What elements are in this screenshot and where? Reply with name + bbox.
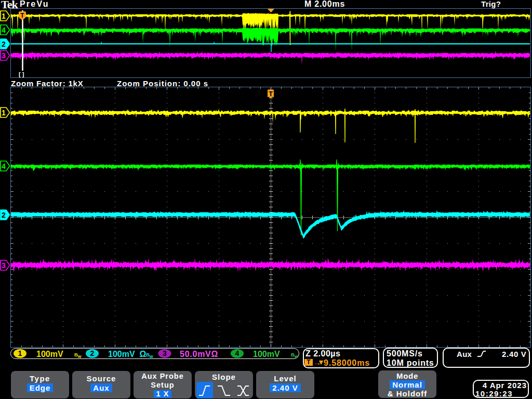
svg-text:T: T xyxy=(20,12,24,19)
svg-text:4: 4 xyxy=(235,349,240,357)
svg-text:1: 1 xyxy=(18,349,22,357)
svg-text:1: 1 xyxy=(2,11,6,20)
svg-text:4: 4 xyxy=(2,25,6,34)
svg-text:4: 4 xyxy=(2,162,6,170)
svg-text:T: T xyxy=(269,90,273,98)
svg-text:3: 3 xyxy=(2,51,6,59)
svg-text:1: 1 xyxy=(2,109,6,117)
svg-text:2: 2 xyxy=(2,39,6,48)
svg-text:3: 3 xyxy=(163,349,167,357)
svg-text:2: 2 xyxy=(2,210,6,219)
svg-text:3: 3 xyxy=(2,261,6,269)
svg-text:2: 2 xyxy=(90,349,95,357)
svg-text:[ ]: [ ] xyxy=(19,71,24,77)
